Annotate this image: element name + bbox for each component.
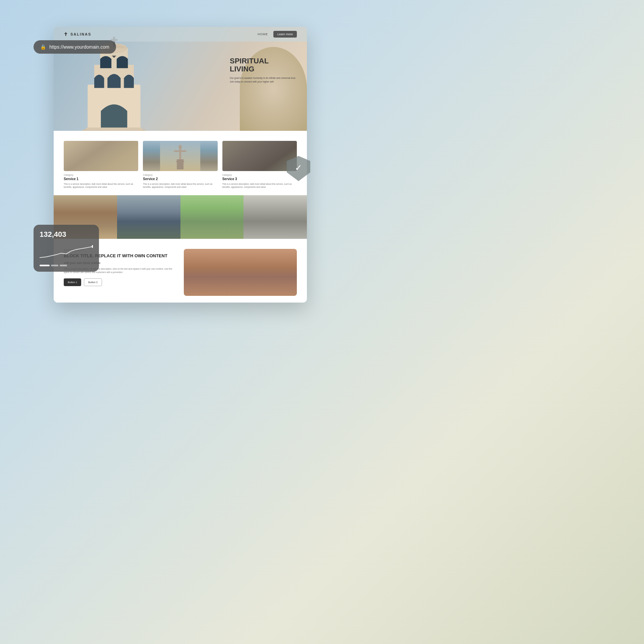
gallery-img-2 [117,195,180,239]
service-name-1: Service 1 [64,177,138,181]
chart-svg [40,243,93,261]
svg-point-0 [92,245,93,248]
svg-point-13 [178,145,182,149]
url-text: https://www.yourdomain.com [49,44,109,50]
service-img-3 [222,141,297,171]
dot-1 [40,265,50,266]
hero-title: SPIRITUAL LIVING [230,57,297,73]
stats-widget: 132,403 [34,225,99,272]
service-desc-2: This is a service description. Add more … [143,182,217,189]
service-card-3: Category Service 3 This is a service des… [222,141,297,189]
block-image-right [184,249,297,296]
url-bar: 🔒 https://www.yourdomain.com [34,40,116,54]
block-buttons: Button 1 Button 2 [64,278,177,286]
logo-text: SALINAS [70,32,91,36]
service-card-1: Category Service 1 This is a service des… [64,141,138,189]
gallery-img-4 [244,195,307,239]
service-name-3: Service 3 [222,177,297,181]
service-category-2: Category [143,174,217,176]
dot-2 [51,265,58,266]
stat-number: 132,403 [40,230,93,239]
service-category-3: Category [222,174,297,176]
service-img-1 [64,141,138,171]
services-section: Category Service 1 This is a service des… [54,131,307,195]
check-icon: ✓ [295,163,302,173]
lock-icon: 🔒 [40,44,46,50]
service-desc-3: This is a service description. Add more … [222,182,297,189]
services-grid: Category Service 1 This is a service des… [64,141,297,189]
chart-area [40,243,93,261]
nav-home-link[interactable]: HOME [258,33,268,36]
svg-rect-14 [177,159,183,169]
dot-3 [60,265,67,266]
learn-more-button[interactable]: Learn more [273,31,297,38]
svg-rect-4 [112,56,116,56]
block-button-2[interactable]: Button 2 [84,278,102,286]
service-category-1: Category [64,174,138,176]
svg-rect-12 [174,150,186,152]
svg-rect-11 [179,148,181,159]
service-card-2: Category Service 2 This is a service des… [143,141,217,189]
site-nav: ✝ SALINAS HOME Learn more [54,27,307,42]
site-logo: ✝ SALINAS [64,32,91,37]
service-desc-1: This is a service description. Add more … [64,182,138,189]
logo-cross: ✝ [64,32,68,37]
gallery-img-3 [180,195,244,239]
nav-links: HOME Learn more [258,31,297,38]
chart-dots [40,265,93,266]
service-name-2: Service 2 [143,177,217,181]
hero-subtitle: Our goal is to awaken humanity to its in… [230,76,297,84]
block-button-1[interactable]: Button 1 [64,278,81,286]
service-img-2 [143,141,217,171]
svg-rect-15 [176,161,184,162]
hero-text: SPIRITUAL LIVING Our goal is to awaken h… [230,57,297,84]
svg-rect-9 [86,127,142,130]
